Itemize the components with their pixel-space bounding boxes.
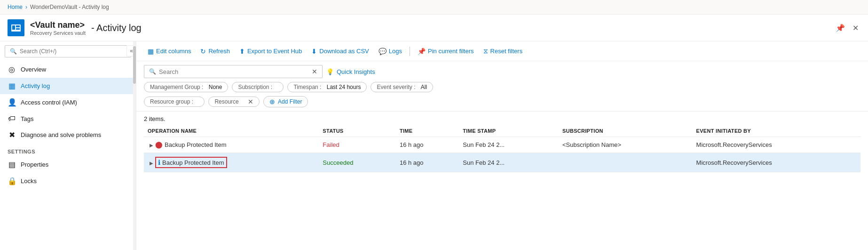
add-filter-icon: ⊕ [269, 98, 275, 105]
table-row-row1[interactable]: ▶⬤Backup Protected ItemFailed16 h agoSun… [144, 137, 860, 153]
col-header-status: STATUS [319, 125, 396, 137]
chip-close-extra-1[interactable]: ✕ [246, 98, 253, 105]
operation-name: Backup Protected Item [165, 141, 227, 148]
cell-status-row1: Failed [319, 137, 396, 153]
search-box[interactable]: 🔍 ✕ [144, 65, 323, 78]
sidebar-icon-diagnose: ✖ [8, 130, 16, 139]
chip-val-3: All [421, 84, 427, 90]
download-csv-button[interactable]: ⬇ Download as CSV [308, 46, 373, 57]
sidebar-item-tags[interactable]: 🏷 Tags [0, 111, 136, 127]
pin-filters-button[interactable]: 📌 Pin current filters [414, 46, 478, 57]
filter-chip-2[interactable]: Timespan : Last 24 hours [287, 82, 367, 92]
sidebar-label-access-control: Access control (IAM) [21, 99, 77, 106]
sidebar-label-properties: Properties [21, 161, 48, 168]
col-header-initiated: EVENT INITIATED BY [693, 125, 860, 137]
sidebar-icon-properties: ▤ [8, 160, 16, 169]
cell-initiated-row1: Microsoft.RecoveryServices [693, 137, 860, 153]
table-container: 2 items. OPERATION NAMESTATUSTIMETIME ST… [136, 112, 868, 250]
cell-status-row2: Succeeded [319, 153, 396, 172]
filter-bar: 🔍 ✕ 💡 Quick Insights Management Group : … [136, 61, 868, 112]
col-header-timestamp: TIME STAMP [459, 125, 559, 137]
sidebar-search-icon: 🔍 [10, 48, 17, 55]
cell-initiated-row2: Microsoft.RecoveryServices [693, 153, 860, 172]
download-csv-label: Download as CSV [319, 48, 369, 55]
vault-info: <Vault name> Recovery Services vault [30, 20, 86, 36]
filter-row-1: 🔍 ✕ 💡 Quick Insights [144, 65, 860, 78]
logs-button[interactable]: 💬 Logs [375, 46, 406, 57]
pin-filters-icon: 📌 [418, 48, 426, 55]
table-row-row2[interactable]: ▶ℹBackup Protected ItemSucceeded16 h ago… [144, 153, 860, 172]
refresh-button[interactable]: ↻ Refresh [197, 46, 234, 57]
cell-operation-row2: ▶ℹBackup Protected Item [144, 153, 319, 172]
sidebar-item-locks[interactable]: 🔒 Locks [0, 173, 136, 189]
sidebar-label-diagnose: Diagnose and solve problems [21, 131, 101, 138]
filter-chip-extra-1[interactable]: Resource ✕ [208, 97, 260, 107]
breadcrumb: Home › WonderDemoVault - Activity log [0, 0, 868, 15]
refresh-icon: ↻ [200, 48, 206, 55]
sidebar-icon-overview: ◎ [8, 65, 16, 74]
edit-columns-label: Edit columns [156, 48, 191, 55]
expand-button-row1[interactable]: ▶ [148, 142, 155, 149]
sidebar-item-overview[interactable]: ◎ Overview [0, 61, 136, 78]
logs-label: Logs [389, 48, 402, 55]
filter-chip-1[interactable]: Subscription : [232, 82, 284, 92]
sidebar-item-properties[interactable]: ▤ Properties [0, 156, 136, 173]
sidebar-search-input[interactable] [20, 48, 126, 55]
sidebar-label-overview: Overview [21, 66, 46, 73]
export-hub-label: Export to Event Hub [247, 48, 302, 55]
filter-row-2: Management Group : NoneSubscription : Ti… [144, 82, 860, 92]
col-header-subscription: SUBSCRIPTION [559, 125, 693, 137]
search-input[interactable] [159, 68, 309, 75]
sidebar-nav: ◎ Overview ▦ Activity log 👤 Access contr… [0, 61, 136, 143]
cell-time-row2: 16 h ago [396, 153, 459, 172]
sidebar: 🔍 « ◎ Overview ▦ Activity log 👤 Access c… [0, 41, 136, 250]
export-hub-button[interactable]: ⬆ Export to Event Hub [236, 46, 306, 57]
toolbar: ▦ Edit columns ↻ Refresh ⬆ Export to Eve… [136, 41, 868, 61]
search-icon: 🔍 [149, 68, 156, 75]
add-filter-label: Add Filter [278, 98, 302, 105]
svg-rect-1 [12, 25, 15, 30]
items-count: 2 items. [144, 112, 860, 125]
sidebar-icon-locks: 🔒 [8, 177, 16, 185]
edit-columns-button[interactable]: ▦ Edit columns [144, 46, 195, 57]
header-right: 📌 ✕ [834, 22, 860, 34]
main-layout: 🔍 « ◎ Overview ▦ Activity log 👤 Access c… [0, 41, 868, 250]
cell-subscription-row2[interactable] [559, 153, 693, 172]
download-csv-icon: ⬇ [311, 48, 317, 55]
breadcrumb-home[interactable]: Home [8, 4, 23, 10]
sidebar-item-activity-log[interactable]: ▦ Activity log [0, 78, 136, 94]
filter-chip-0[interactable]: Management Group : None [144, 82, 228, 92]
chip-key-3: Event severity : [377, 84, 415, 90]
search-clear-button[interactable]: ✕ [312, 68, 317, 75]
chip-key-1: Subscription : [238, 84, 272, 90]
operation-name: Backup Protected Item [162, 159, 224, 166]
expand-button-row2[interactable]: ▶ [148, 160, 155, 167]
page-header: <Vault name> Recovery Services vault - A… [0, 15, 868, 41]
info-icon: ℹ [158, 159, 160, 166]
add-filter-button[interactable]: ⊕ Add Filter [263, 96, 308, 107]
chip-val-2: Last 24 hours [327, 84, 361, 90]
sidebar-settings-label: Settings [0, 143, 136, 156]
vault-icon [8, 19, 24, 36]
sidebar-item-diagnose[interactable]: ✖ Diagnose and solve problems [0, 127, 136, 143]
sidebar-item-access-control[interactable]: 👤 Access control (IAM) [0, 94, 136, 111]
filter-chip-extra-0[interactable]: Resource group : [144, 97, 205, 107]
pin-window-button[interactable]: 📌 [834, 22, 847, 34]
quick-insights-button[interactable]: 💡 Quick Insights [326, 68, 375, 75]
activity-log-header-title: - Activity log [91, 23, 142, 33]
sidebar-label-tags: Tags [21, 115, 33, 122]
col-header-time: TIME [396, 125, 459, 137]
export-hub-icon: ⬆ [239, 48, 245, 55]
col-header-operation: OPERATION NAME [144, 125, 319, 137]
svg-rect-2 [16, 25, 20, 27]
breadcrumb-sep: › [25, 4, 27, 10]
operation-cell-inner: ⬤Backup Protected Item [155, 141, 227, 148]
reset-filters-button[interactable]: ⧖ Reset filters [480, 45, 527, 57]
table-header: OPERATION NAMESTATUSTIMETIME STAMPSUBSCR… [144, 125, 860, 137]
sidebar-search-container[interactable]: 🔍 [5, 45, 131, 57]
chip-val-0: None [209, 84, 222, 90]
chip-key-0: Management Group : [150, 84, 203, 90]
sidebar-icon-access-control: 👤 [8, 98, 16, 107]
filter-chip-3[interactable]: Event severity : All [371, 82, 433, 92]
close-window-button[interactable]: ✕ [851, 22, 860, 34]
